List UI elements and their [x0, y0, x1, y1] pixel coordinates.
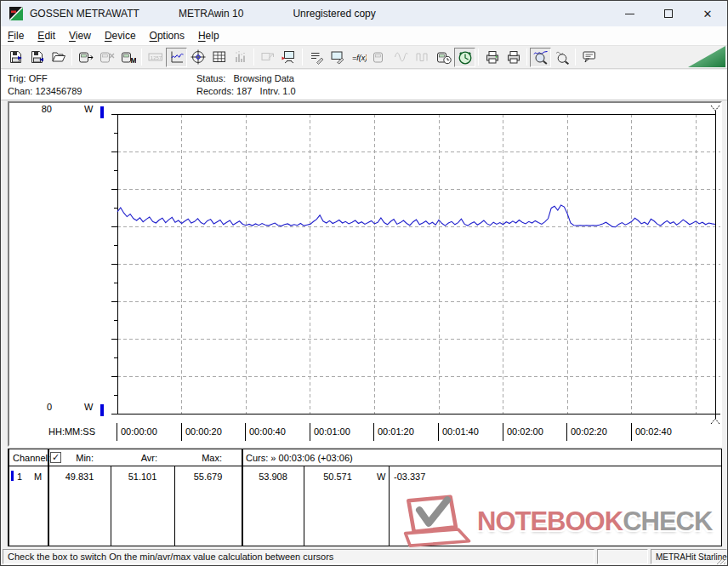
channel-color-marker-top — [100, 106, 104, 118]
read-device-button[interactable] — [75, 48, 96, 67]
toolbar-separator — [478, 49, 479, 66]
annotations-button[interactable] — [578, 48, 600, 67]
scope-view-icon — [191, 49, 206, 65]
timed-measurement-button[interactable] — [433, 48, 454, 67]
transfer-monitor-button[interactable] — [278, 48, 299, 67]
cell-cursor1: 53.908 — [242, 472, 304, 482]
header-channel: Channel: — [13, 453, 50, 463]
cell-max: 55.679 — [174, 472, 242, 482]
toolbar: M1257=f(x) — [1, 45, 727, 69]
minimize-button[interactable] — [610, 1, 649, 26]
device-config-list-button[interactable] — [305, 48, 327, 67]
disconnect-device-icon — [100, 49, 115, 65]
svg-text:1257: 1257 — [150, 55, 162, 60]
histogram-view-icon — [233, 49, 248, 65]
menu-help[interactable]: Help — [191, 27, 226, 44]
open-file-icon — [51, 49, 66, 65]
zoom-out-button[interactable] — [551, 48, 572, 67]
print-preview-icon — [485, 49, 500, 65]
status-indicator-triangle-icon — [688, 46, 725, 67]
export-window-icon — [260, 49, 276, 65]
x-axis-caption: HH:MM:SS — [48, 426, 95, 437]
app-window: GOSSEN METRAWATT METRAwin 10 Unregistere… — [0, 0, 728, 566]
power-series-line — [117, 205, 715, 227]
menu-edit[interactable]: Edit — [31, 27, 62, 44]
interval-timer-icon — [458, 49, 473, 65]
open-stored-data-icon — [9, 49, 24, 65]
print-icon — [506, 49, 521, 65]
power-chart[interactable] — [9, 103, 720, 445]
formula-editor-button[interactable]: =f(x) — [348, 48, 369, 67]
histogram-view-button — [230, 48, 251, 67]
zoom-curve-mode-icon — [533, 49, 549, 65]
chart-panel[interactable]: 80 W 0 W HH:MM:SS 00:00:0000:00:2000:00:… — [8, 101, 722, 447]
header-avr: Avr: — [111, 453, 157, 463]
zoom-out-icon — [555, 49, 570, 65]
statusbar-empty-pane — [597, 549, 648, 564]
annotations-icon — [582, 49, 597, 65]
cell-avr: 51.101 — [111, 472, 174, 482]
y-axis-max-label: 80 — [28, 104, 52, 114]
x-axis-tick-label: 00:01:40 — [438, 423, 479, 441]
column-divider — [242, 449, 243, 546]
toolbar-separator — [526, 49, 527, 66]
x-axis-tick-label: 00:02:40 — [631, 423, 672, 441]
menu-options[interactable]: Options — [143, 27, 191, 44]
cell-unit: W — [377, 472, 385, 482]
device-config-monitor-icon — [330, 49, 345, 65]
minimize-icon — [625, 14, 634, 14]
table-header-divider — [9, 466, 721, 466]
device-memory-icon: M — [121, 49, 136, 65]
open-stored-data-button[interactable] — [5, 48, 26, 67]
print-button[interactable] — [503, 48, 524, 67]
maximize-icon — [664, 9, 673, 18]
save-data-icon — [30, 49, 45, 65]
header-cursor: Curs: » 00:03:06 (+03:06) — [246, 453, 353, 463]
menu-device[interactable]: Device — [98, 27, 143, 44]
menu-file[interactable]: File — [1, 27, 31, 44]
print-preview-button[interactable] — [481, 48, 503, 67]
column-divider — [48, 449, 49, 546]
numeric-display-icon: 1257 — [148, 49, 163, 65]
open-file-button[interactable] — [48, 48, 69, 67]
maximize-button[interactable] — [649, 1, 688, 26]
close-button[interactable]: ✕ — [688, 1, 727, 26]
device-status: Status: Browsing Data — [196, 73, 294, 83]
x-axis-tick-label: 00:02:00 — [503, 423, 543, 441]
sine-recording-button — [390, 48, 412, 67]
save-data-button[interactable] — [26, 48, 48, 67]
table-view-icon — [212, 49, 227, 65]
measure-function-button — [369, 48, 390, 67]
close-icon: ✕ — [703, 9, 713, 20]
y-axis-unit-top: W — [84, 104, 93, 114]
scope-view-button[interactable] — [187, 48, 208, 67]
device-config-monitor-button[interactable] — [327, 48, 348, 67]
table-view-button[interactable] — [208, 48, 230, 67]
header-min: Min: — [48, 453, 94, 463]
resize-grip[interactable] — [715, 554, 726, 565]
export-window-button — [257, 48, 278, 67]
statistics-table: Channel: ✓ Min: Avr: Max: Curs: » 00:03:… — [8, 449, 722, 546]
x-axis-tick-label: 00:00:20 — [181, 423, 222, 441]
device-memory-button[interactable]: M — [117, 48, 139, 67]
window-controls: ✕ — [610, 1, 727, 26]
cursor-handle-top[interactable] — [711, 106, 719, 111]
timed-measurement-icon — [436, 49, 452, 65]
trigger-status: Trig: OFF — [8, 73, 48, 83]
interval-timer-button[interactable] — [454, 48, 475, 67]
menu-bar: FileEditViewDeviceOptionsHelp — [1, 26, 727, 45]
menu-view[interactable]: View — [62, 27, 98, 44]
cell-channel-mode: M — [34, 472, 42, 482]
status-bar: Check the box to switch On the min/avr/m… — [1, 547, 727, 566]
statusbar-hint: Check the box to switch On the min/avr/m… — [3, 549, 594, 564]
cursor-handle-bottom[interactable] — [711, 419, 719, 424]
toolbar-separator — [253, 49, 254, 66]
title-app-name: METRAwin 10 — [179, 8, 243, 20]
read-device-icon — [78, 49, 94, 65]
y-axis-unit-bottom: W — [84, 402, 93, 412]
zoom-curve-mode-button[interactable] — [530, 48, 551, 67]
cell-delta: -03.337 — [394, 472, 425, 482]
channel-row-marker — [11, 471, 14, 481]
svg-text:M: M — [130, 56, 136, 65]
curve-chart-view-button[interactable] — [166, 48, 187, 67]
